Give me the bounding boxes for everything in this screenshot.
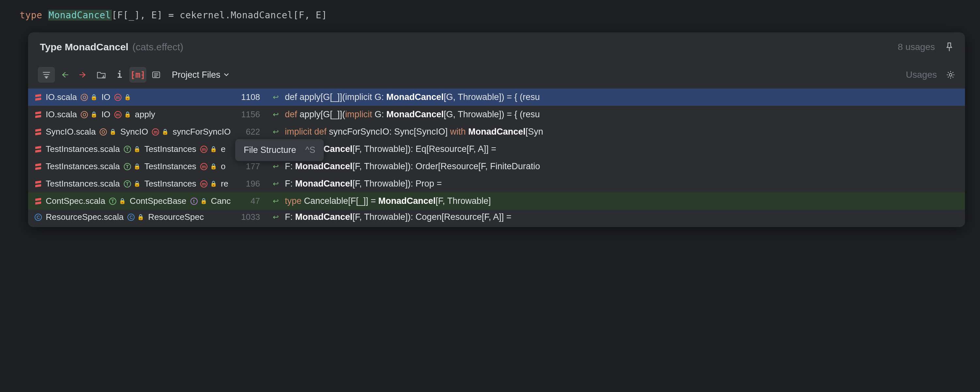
read-arrow-icon: ↩ — [270, 180, 282, 188]
scala-file-icon — [35, 180, 42, 188]
code-preview: def apply[G[_]](implicit G: MonadCancel[… — [285, 110, 958, 120]
tooltip-shortcut: ^S — [305, 145, 315, 155]
preview-button[interactable] — [148, 67, 165, 83]
scala-file-icon — [35, 198, 42, 205]
method-icon: m — [200, 146, 207, 153]
lock-icon: 🔒 — [200, 198, 207, 204]
write-access-button[interactable] — [75, 67, 91, 83]
lock-icon: 🔒 — [91, 111, 97, 118]
chevron-down-icon — [224, 73, 229, 76]
gear-icon[interactable] — [946, 70, 955, 80]
read-arrow-icon: ↩ — [270, 110, 282, 119]
read-arrow-icon: ↩ — [270, 128, 282, 136]
scala-file-icon — [35, 128, 42, 135]
popup-toolbar: i ⁅m⁆ Project Files Usages — [28, 62, 965, 89]
lock-icon: 🔒 — [210, 163, 217, 170]
class-icon: C — [127, 214, 135, 221]
object-icon: O — [81, 94, 88, 101]
code-preview: F: MonadCancel[F, Throwable]): Eq[Resour… — [285, 144, 958, 154]
trait-icon: T — [124, 146, 131, 153]
m-filter-button[interactable]: ⁅m⁆ — [129, 67, 146, 83]
scala-file-icon — [35, 94, 42, 101]
line-number: 196 — [234, 179, 260, 189]
code-preview: type Cancelable[F[_]] = MonadCancel[F, T… — [285, 196, 958, 206]
read-arrow-icon: ↩ — [270, 163, 282, 171]
lock-icon: 🔒 — [134, 180, 140, 187]
pin-icon[interactable] — [945, 43, 953, 52]
line-number: 1108 — [234, 92, 260, 102]
method-icon: m — [115, 94, 121, 101]
lock-icon: 🔒 — [134, 146, 140, 153]
line-number: 622 — [234, 127, 260, 137]
lock-icon: 🔒 — [110, 128, 116, 135]
svg-point-1 — [949, 73, 952, 76]
read-arrow-icon: ↩ — [270, 197, 282, 206]
line-number: 47 — [234, 196, 260, 206]
popup-header: Type MonadCancel (cats.effect) 8 usages — [28, 32, 965, 62]
method-icon: m — [200, 180, 207, 188]
usage-row[interactable]: C ResourceSpec.scala C 🔒 ResourceSpec 10… — [28, 210, 965, 227]
method-icon: m — [200, 163, 207, 170]
usage-row[interactable]: ContSpec.scala T 🔒 ContSpecBase t 🔒 Canc… — [28, 193, 965, 210]
code-preview: F: MonadCancel[F, Throwable]): Cogen[Res… — [285, 212, 958, 222]
file-structure-tooltip: File Structure ^S — [235, 139, 324, 161]
scope-dropdown[interactable]: Project Files — [172, 70, 229, 80]
lock-icon: 🔒 — [124, 94, 131, 100]
sort-button[interactable] — [38, 67, 55, 83]
usage-row[interactable]: TestInstances.scala T 🔒 TestInstances m … — [28, 158, 965, 175]
trait-icon: T — [109, 198, 116, 205]
trait-icon: T — [124, 180, 131, 188]
class-file-icon: C — [35, 214, 42, 221]
lock-icon: 🔒 — [210, 146, 217, 153]
usage-row[interactable]: TestInstances.scala T 🔒 TestInstances m … — [28, 175, 965, 193]
code-preview: F: MonadCancel[F, Throwable]): Prop = — [285, 179, 958, 189]
lock-icon: 🔒 — [124, 111, 131, 118]
lock-icon: 🔒 — [210, 180, 217, 187]
scala-file-icon — [35, 146, 42, 153]
code-preview: F: MonadCancel[F, Throwable]): Order[Res… — [285, 161, 958, 172]
lock-icon: 🔒 — [162, 128, 169, 135]
editor-code-line: type MonadCancel[F[_], E] = cekernel.Mon… — [0, 0, 980, 30]
usage-row[interactable]: IO.scala O 🔒 IO m 🔒 1108 ↩ def apply[G[_… — [28, 89, 965, 106]
usage-row[interactable]: SyncIO.scala O 🔒 SyncIO m 🔒 syncForSyncI… — [28, 123, 965, 140]
type-icon: t — [191, 198, 197, 205]
object-icon: O — [100, 128, 107, 135]
line-number: 1033 — [234, 212, 260, 222]
usage-count: 8 usages — [898, 42, 935, 52]
line-number: 177 — [234, 161, 260, 172]
read-access-button[interactable] — [56, 67, 73, 83]
trait-icon: T — [124, 163, 131, 170]
scala-file-icon — [35, 163, 42, 170]
method-icon: m — [152, 128, 159, 135]
code-preview: implicit def syncForSyncIO: Sync[SyncIO]… — [285, 127, 958, 137]
lock-icon: 🔒 — [91, 94, 97, 100]
lock-icon: 🔒 — [137, 214, 144, 220]
usage-row[interactable]: IO.scala O 🔒 IO m 🔒 apply 1156 ↩ def app… — [28, 106, 965, 123]
object-icon: O — [81, 111, 88, 118]
lock-icon: 🔒 — [119, 198, 126, 204]
popup-title: Type MonadCancel — [40, 41, 128, 53]
info-button[interactable]: i — [111, 67, 128, 83]
read-arrow-icon: ↩ — [270, 213, 282, 221]
read-arrow-icon: ↩ — [270, 93, 282, 102]
usage-row[interactable]: TestInstances.scala T 🔒 TestInstances m … — [28, 140, 965, 158]
file-structure-button[interactable] — [93, 67, 110, 83]
method-icon: m — [115, 111, 121, 118]
usages-tab-label[interactable]: Usages — [906, 70, 937, 80]
scala-file-icon — [35, 111, 42, 118]
tooltip-label: File Structure — [244, 145, 296, 155]
code-preview: def apply[G[_]](implicit G: MonadCancel[… — [285, 92, 958, 102]
lock-icon: 🔒 — [134, 163, 140, 170]
usage-list: IO.scala O 🔒 IO m 🔒 1108 ↩ def apply[G[_… — [28, 89, 965, 227]
usages-popup: Type MonadCancel (cats.effect) 8 usages — [28, 32, 965, 227]
line-number: 1156 — [234, 110, 260, 120]
popup-subtitle: (cats.effect) — [132, 41, 183, 53]
